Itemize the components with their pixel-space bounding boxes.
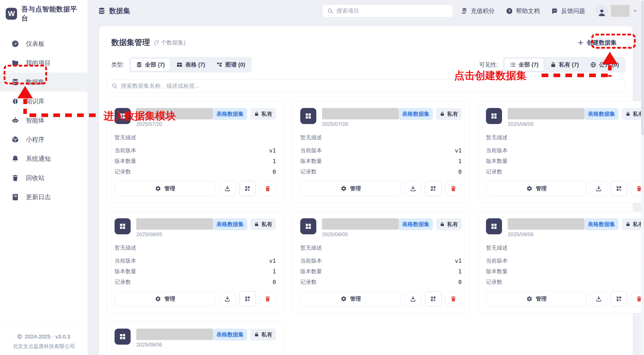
sidebar-item-label: 小程序: [26, 135, 44, 144]
user-menu[interactable]: [596, 5, 638, 17]
lock-icon: [440, 111, 445, 117]
delete-button[interactable]: [259, 291, 276, 306]
manage-button[interactable]: 管理: [115, 291, 215, 306]
manage-button[interactable]: 管理: [486, 181, 587, 196]
qr-code-button[interactable]: [611, 291, 627, 306]
sidebar-item-changelog[interactable]: 更新日志: [0, 187, 88, 207]
stat-value: v1: [455, 147, 462, 154]
qr-code-button[interactable]: [425, 181, 441, 196]
qr-code-button[interactable]: [425, 291, 441, 306]
visibility-label: 私有: [261, 110, 272, 118]
create-dataset-button[interactable]: 创建数据集: [572, 35, 622, 50]
dataset-count: (7 个数据集): [154, 39, 185, 47]
manage-button[interactable]: 管理: [300, 181, 401, 196]
card-title-wrap: 2025/08/06: [508, 218, 584, 237]
qr-code-button[interactable]: [239, 181, 256, 196]
delete-button[interactable]: [259, 181, 276, 196]
type-badge: 表格数据集: [213, 108, 247, 120]
tab-visibility-all[interactable]: 全部 (7): [504, 58, 544, 71]
tab-type-graph[interactable]: 图谱 (0): [211, 58, 250, 71]
manage-button[interactable]: 管理: [300, 291, 401, 306]
tab-label: 表格 (7): [185, 61, 205, 69]
sidebar: W 吾与点智能数据平台 仪表板 我的项目 数据集: [0, 0, 88, 355]
trash-icon: [264, 295, 271, 302]
download-button[interactable]: [590, 291, 607, 306]
visibility-badge: 私有: [250, 218, 276, 230]
redacted-dataset-title: [136, 218, 213, 230]
sidebar-item-dashboard[interactable]: 仪表板: [0, 34, 88, 53]
sidebar-footer: © 2024-2025 · v3.0.3 北京文点益度科技有限公司: [0, 327, 88, 355]
project-search-input[interactable]: [336, 8, 448, 14]
feedback-link[interactable]: 反馈问题: [551, 7, 585, 15]
qr-code-button[interactable]: [239, 291, 256, 306]
link-label: 帮助文档: [516, 7, 540, 15]
sidebar-item-datasets[interactable]: 数据集: [0, 73, 88, 92]
dataset-card: 2025/08/05 表格数据集 私有 暂无描述 当前版本 v1 版本数量: [292, 211, 470, 313]
delete-button[interactable]: [445, 291, 462, 306]
dataset-description: 暂无描述: [486, 244, 644, 251]
card-badges: 表格数据集 私有: [399, 218, 462, 230]
card-title-wrap: 2025/07/28: [322, 108, 399, 127]
table-dataset-icon: [486, 108, 502, 124]
dataset-search-input[interactable]: [121, 83, 620, 89]
download-button[interactable]: [405, 181, 421, 196]
download-button[interactable]: [219, 291, 236, 306]
create-dataset-label: 创建数据集: [587, 39, 617, 47]
redacted-dataset-title: [136, 329, 213, 340]
table-dataset-icon: [115, 218, 131, 234]
qr-code-icon: [244, 185, 251, 192]
sidebar-item-system-notifications[interactable]: 系统通知: [0, 149, 88, 168]
card-badges: 表格数据集 私有: [213, 108, 276, 120]
download-button[interactable]: [219, 181, 236, 196]
scrollbar-thumb[interactable]: [641, 1, 644, 135]
dataset-card-grid: 2025/07/20 表格数据集 私有 暂无描述 当前版本 v1 版本数量: [107, 101, 625, 355]
dataset-card: 2025/07/28 表格数据集 私有 暂无描述 当前版本 v1 版本数量: [292, 101, 470, 203]
stat-row: 版本数量 1: [115, 268, 276, 275]
chevron-down-icon: [633, 8, 638, 13]
sidebar-item-my-projects[interactable]: 我的项目: [0, 53, 88, 73]
person-icon: [597, 8, 606, 17]
sidebar-item-knowledge-base[interactable]: 知识库: [0, 92, 88, 111]
stat-value: 0: [273, 169, 276, 175]
tab-type-all[interactable]: 全部 (7): [131, 58, 170, 71]
card-header: 2025/07/28 表格数据集 私有: [300, 108, 462, 127]
recharge-credits-link[interactable]: 充值积分: [461, 7, 495, 15]
stat-value: 1: [458, 158, 462, 164]
type-badge: 表格数据集: [213, 329, 247, 340]
dataset-description: 暂无描述: [300, 134, 462, 141]
card-header: 2025/08/05 表格数据集 私有: [115, 218, 276, 237]
avatar: [596, 5, 608, 17]
sidebar-item-recycle-bin[interactable]: 回收站: [0, 168, 88, 187]
manage-button[interactable]: 管理: [115, 181, 215, 196]
qr-code-icon: [616, 295, 622, 302]
type-badge: 表格数据集: [399, 108, 433, 120]
tab-visibility-private[interactable]: 私有 (7): [545, 58, 584, 71]
delete-button[interactable]: [445, 181, 462, 196]
sidebar-item-mini-programs[interactable]: 小程序: [0, 130, 88, 149]
stat-label: 当前版本: [115, 257, 136, 264]
qr-code-icon: [430, 295, 437, 302]
tab-visibility-public[interactable]: 公开 (0): [585, 58, 624, 71]
sidebar-item-label: 数据集: [26, 78, 44, 86]
download-button[interactable]: [590, 181, 607, 196]
changelog-book-icon: [11, 193, 19, 201]
sidebar-item-agents[interactable]: 智能体: [0, 111, 88, 130]
table-dataset-icon: [486, 218, 502, 234]
redacted-dataset-title: [508, 218, 584, 230]
download-button[interactable]: [405, 291, 421, 306]
sidebar-item-label: 更新日志: [26, 193, 51, 201]
manage-button[interactable]: 管理: [486, 291, 587, 306]
copyright-text: 2024-2025 · v3.0.3: [25, 334, 70, 340]
list-icon: [510, 62, 516, 68]
stat-value: 1: [273, 158, 276, 164]
lock-icon: [625, 222, 631, 227]
dataset-card: 2025/08/06 表格数据集 私有 暂无描述 当前版本 v1 版本数量: [107, 322, 284, 355]
tab-label: 全部 (7): [145, 61, 165, 69]
tab-type-table[interactable]: 表格 (7): [171, 58, 210, 71]
database-icon: [98, 7, 106, 15]
plus-icon: [578, 40, 584, 46]
tab-label: 图谱 (0): [225, 61, 245, 69]
qr-code-button[interactable]: [611, 181, 627, 196]
help-docs-link[interactable]: ? 帮助文档: [506, 7, 540, 15]
scrollbar[interactable]: [641, 0, 644, 355]
